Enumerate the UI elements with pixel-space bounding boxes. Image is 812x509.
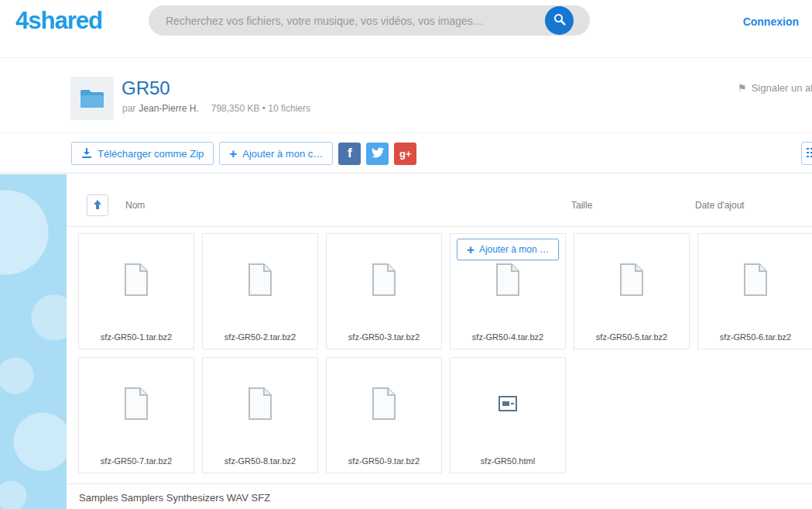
folder-header: GR50 parJean-Pierre H.798,350 KB • 10 fi… [0, 59, 812, 132]
list-view-icon [807, 147, 812, 160]
overlay-add-label: Ajouter à mon … [479, 244, 549, 255]
top-header: 4shared Connexion [0, 0, 812, 58]
folder-icon [70, 77, 114, 120]
file-card[interactable]: sfz-GR50-8.tar.bz2 [202, 357, 318, 473]
owner-name[interactable]: Jean-Pierre H. [139, 103, 198, 114]
file-name: sfz-GR50-4.tar.bz2 [454, 332, 562, 342]
archive-file-icon [79, 358, 194, 449]
report-abuse-link[interactable]: ⚑ Signaler un abus [738, 82, 812, 94]
add-to-account-label: Ajouter à mon c… [242, 148, 323, 160]
tags-row: Samples Samplers Synthesizers WAV SFZ [67, 483, 812, 509]
page-background: Nom Taille Date d'ajout sfz-GR50-1.tar.b… [0, 174, 812, 509]
sort-direction-button[interactable] [87, 194, 108, 216]
googleplus-share-button[interactable]: g+ [394, 143, 416, 165]
logo-text-4: 4 [15, 7, 28, 34]
archive-file-icon [203, 358, 317, 449]
search-input[interactable] [166, 5, 514, 36]
file-card[interactable]: sfz-GR50-4.tar.bz2+Ajouter à mon … [450, 233, 566, 349]
download-zip-label: Télécharger comme Zip [98, 148, 204, 160]
column-header-date[interactable]: Date d'ajout [695, 200, 745, 211]
twitter-icon [372, 146, 384, 161]
plus-icon: + [229, 147, 237, 160]
download-icon [81, 147, 92, 160]
by-label: par [122, 103, 135, 114]
file-list-panel: Nom Taille Date d'ajout sfz-GR50-1.tar.b… [67, 174, 812, 509]
archive-file-icon [79, 234, 194, 325]
file-name: sfz-GR50-5.tar.bz2 [577, 332, 686, 342]
list-view-toggle-button[interactable] [801, 142, 812, 165]
login-link[interactable]: Connexion [743, 15, 799, 28]
file-card[interactable]: sfz-GR50-1.tar.bz2 [78, 233, 194, 349]
file-card[interactable]: sfz-GR50-6.tar.bz2 [697, 233, 812, 349]
file-card[interactable]: sfz-GR50-7.tar.bz2 [78, 357, 194, 473]
archive-file-icon [698, 234, 812, 325]
action-toolbar: Télécharger comme Zip + Ajouter à mon c…… [0, 132, 812, 174]
file-name: sfz-GR50-2.tar.bz2 [206, 332, 314, 342]
facebook-share-button[interactable]: f [338, 143, 361, 165]
report-abuse-label: Signaler un abus [752, 82, 812, 94]
archive-file-icon [327, 234, 441, 325]
page-title: GR50 [122, 77, 170, 99]
search-bar [149, 5, 590, 36]
html-file-icon [451, 358, 565, 449]
file-name: sfz-GR50-6.tar.bz2 [701, 332, 810, 342]
file-card[interactable]: sfz-GR50-2.tar.bz2 [202, 233, 318, 349]
file-name: sfz-GR50.html [454, 456, 562, 466]
archive-file-icon [203, 234, 317, 325]
flag-icon: ⚑ [738, 82, 747, 94]
folder-meta: parJean-Pierre H.798,350 KB • 10 fichier… [122, 103, 310, 114]
file-name: sfz-GR50-8.tar.bz2 [206, 456, 314, 466]
archive-file-icon [574, 234, 689, 325]
folder-stats: 798,350 KB • 10 fichiers [211, 103, 310, 114]
sort-up-arrow-icon [93, 199, 102, 212]
column-header-name[interactable]: Nom [125, 200, 145, 211]
archive-file-icon [327, 358, 441, 449]
add-to-account-overlay-button[interactable]: +Ajouter à mon … [457, 239, 559, 260]
googleplus-icon: g+ [399, 148, 412, 160]
file-name: sfz-GR50-9.tar.bz2 [330, 456, 438, 466]
file-card[interactable]: sfz-GR50.html [450, 357, 566, 473]
files-grid: sfz-GR50-1.tar.bz2sfz-GR50-2.tar.bz2sfz-… [78, 233, 812, 473]
file-name: sfz-GR50-1.tar.bz2 [82, 332, 190, 342]
plus-icon: + [467, 243, 475, 256]
search-button[interactable] [545, 6, 574, 35]
search-icon [553, 13, 566, 28]
column-header-size[interactable]: Taille [571, 200, 592, 211]
file-name: sfz-GR50-3.tar.bz2 [330, 332, 438, 342]
file-card[interactable]: sfz-GR50-5.tar.bz2 [574, 233, 690, 349]
file-card[interactable]: sfz-GR50-9.tar.bz2 [326, 357, 442, 473]
twitter-share-button[interactable] [366, 143, 389, 165]
file-card[interactable]: sfz-GR50-3.tar.bz2 [326, 233, 442, 349]
download-zip-button[interactable]: Télécharger comme Zip [71, 142, 214, 165]
4shared-logo[interactable]: 4shared [15, 7, 102, 35]
add-to-account-button[interactable]: + Ajouter à mon c… [219, 142, 333, 165]
facebook-icon: f [348, 146, 352, 161]
logo-text-shared: shared [28, 7, 102, 34]
file-name: sfz-GR50-7.tar.bz2 [82, 456, 190, 466]
table-header: Nom Taille Date d'ajout [67, 192, 812, 227]
